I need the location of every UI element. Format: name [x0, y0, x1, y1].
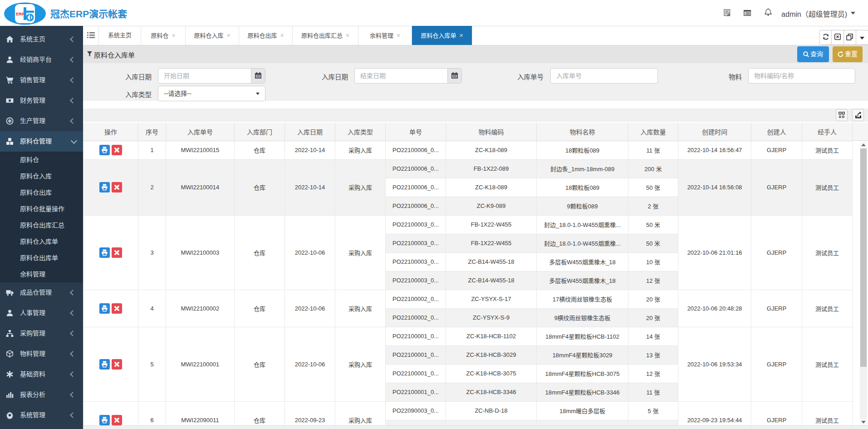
- svg-text:ERP: ERP: [16, 12, 25, 16]
